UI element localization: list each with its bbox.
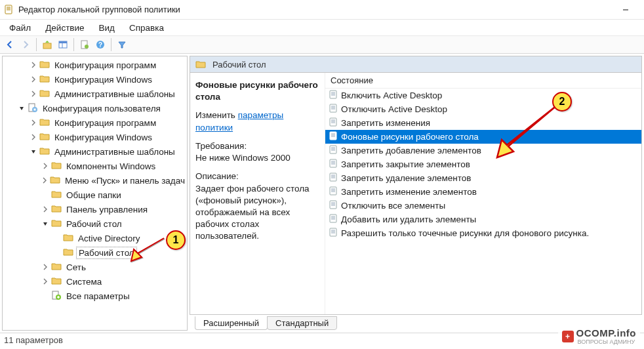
setting-item[interactable]: Включить Active Desktop bbox=[325, 89, 641, 102]
setting-icon bbox=[328, 117, 338, 129]
tree-item[interactable]: Конфигурация Windows bbox=[3, 130, 187, 144]
setting-item[interactable]: Запретить изменение элементов bbox=[325, 185, 641, 199]
tree-item[interactable]: Active Directory bbox=[3, 231, 187, 245]
help-button[interactable]: ? bbox=[93, 37, 108, 52]
setting-label: Фоновые рисунки рабочего стола bbox=[341, 132, 479, 142]
chevron-right-icon[interactable] bbox=[29, 133, 38, 142]
tree-item-label: Панель управления bbox=[64, 204, 150, 215]
cfg-icon bbox=[28, 102, 41, 115]
tree-item[interactable]: Административные шаблоны bbox=[3, 144, 187, 159]
setting-item[interactable]: Запретить закрытие элементов bbox=[325, 157, 641, 171]
folder-icon bbox=[51, 261, 64, 274]
up-button[interactable] bbox=[40, 37, 54, 52]
setting-item[interactable]: Запретить добавление элементов bbox=[325, 144, 641, 157]
tree-item[interactable]: Рабочий стол bbox=[3, 216, 187, 231]
svg-rect-18 bbox=[330, 91, 336, 98]
status-text: 11 параметров bbox=[4, 335, 63, 345]
chevron-down-icon[interactable] bbox=[29, 147, 38, 156]
setting-icon bbox=[328, 103, 338, 115]
menu-help[interactable]: Справка bbox=[123, 22, 171, 34]
tree-item-label: Конфигурация программ bbox=[52, 117, 158, 129]
tree-item[interactable]: Все параметры bbox=[3, 289, 187, 303]
setting-label: Запретить изменения bbox=[341, 118, 430, 128]
tree-item[interactable]: Панель управления bbox=[3, 202, 187, 216]
setting-label: Запретить изменение элементов bbox=[341, 187, 477, 197]
chevron-down-icon[interactable] bbox=[17, 104, 26, 113]
tree-item[interactable]: Система bbox=[3, 274, 187, 289]
svg-rect-54 bbox=[330, 215, 336, 222]
tree-item[interactable]: Конфигурация программ bbox=[3, 58, 187, 72]
toolbar-separator bbox=[36, 38, 37, 51]
tree-item[interactable]: Конфигурация Windows bbox=[3, 72, 187, 87]
tree[interactable]: Конфигурация программКонфигурация Window… bbox=[3, 56, 187, 304]
description-value: Задает фон рабочего стола («фоновый рису… bbox=[195, 184, 310, 241]
filter-button[interactable] bbox=[115, 37, 129, 52]
tree-item[interactable]: Меню «Пуск» и панель задач bbox=[3, 173, 187, 188]
tab-extended[interactable]: Расширенный bbox=[195, 316, 268, 330]
tree-item[interactable]: Общие папки bbox=[3, 188, 187, 202]
folder-icon bbox=[50, 174, 63, 187]
menu-file[interactable]: Файл bbox=[3, 22, 37, 34]
tree-item-label: Рабочий стол bbox=[76, 247, 137, 259]
setting-label: Запретить закрытие элементов bbox=[341, 159, 470, 169]
setting-label: Включить Active Desktop bbox=[341, 91, 442, 100]
setting-icon bbox=[328, 131, 338, 143]
setting-label: Добавить или удалить элементы bbox=[341, 215, 476, 224]
tree-item[interactable]: Сеть bbox=[3, 260, 187, 274]
svg-rect-15 bbox=[34, 108, 36, 110]
setting-title: Фоновые рисунки рабочего стола bbox=[195, 80, 318, 102]
setting-item[interactable]: Разрешить только точечные рисунки для фо… bbox=[325, 226, 641, 240]
tree-item-label: Конфигурация Windows bbox=[52, 74, 154, 85]
setting-item[interactable]: Добавить или удалить элементы bbox=[325, 213, 641, 226]
column-header-state[interactable]: Состояние bbox=[325, 73, 641, 89]
setting-item[interactable]: Запретить удаление элементов bbox=[325, 171, 641, 185]
tree-item[interactable]: Административные шаблоны bbox=[3, 87, 187, 101]
folder-icon bbox=[51, 203, 64, 216]
svg-rect-50 bbox=[330, 201, 336, 209]
setting-item[interactable]: Запретить изменения bbox=[325, 116, 641, 130]
chevron-right-icon[interactable] bbox=[29, 89, 38, 98]
titlebar: Редактор локальной групповой политики bbox=[0, 0, 644, 20]
chevron-right-icon[interactable] bbox=[29, 118, 38, 127]
setting-label: Запретить удаление элементов bbox=[341, 173, 472, 183]
chevron-right-icon[interactable] bbox=[41, 161, 50, 171]
minimize-button[interactable] bbox=[611, 1, 640, 19]
tab-standard[interactable]: Стандартный bbox=[267, 316, 337, 330]
window-title: Редактор локальной групповой политики bbox=[18, 5, 611, 14]
chevron-down-icon[interactable] bbox=[41, 219, 50, 228]
toolbar: ? bbox=[0, 35, 644, 54]
menubar: Файл Действие Вид Справка bbox=[0, 20, 644, 35]
tree-item[interactable]: Конфигурация программ bbox=[3, 115, 187, 130]
setting-item[interactable]: Отключить все элементы bbox=[325, 199, 641, 213]
tree-item-label: Конфигурация пользователя bbox=[41, 103, 163, 114]
back-button[interactable] bbox=[3, 37, 17, 52]
chevron-right-icon[interactable] bbox=[41, 277, 50, 286]
requirements-value: Не ниже Windows 2000 bbox=[195, 153, 291, 163]
toolbar-separator bbox=[111, 38, 111, 51]
menu-view[interactable]: Вид bbox=[92, 22, 121, 34]
forward-button[interactable] bbox=[18, 37, 33, 52]
setting-icon bbox=[328, 199, 338, 212]
properties-button[interactable] bbox=[77, 37, 92, 52]
panes-button[interactable] bbox=[56, 37, 70, 52]
tree-item-label: Компоненты Windows bbox=[64, 161, 157, 172]
svg-rect-34 bbox=[330, 146, 336, 154]
chevron-right-icon[interactable] bbox=[41, 205, 50, 214]
tree-item[interactable]: Рабочий стол bbox=[3, 245, 187, 260]
svg-text:?: ? bbox=[98, 41, 102, 49]
chevron-right-icon[interactable] bbox=[41, 176, 49, 185]
chevron-right-icon[interactable] bbox=[29, 75, 38, 84]
tree-item[interactable]: Конфигурация пользователя bbox=[3, 101, 187, 115]
tree-item-label: Конфигурация Windows bbox=[52, 132, 154, 143]
chevron-right-icon[interactable] bbox=[41, 262, 50, 272]
edit-label: Изменить bbox=[195, 110, 235, 120]
folder-icon bbox=[51, 276, 64, 288]
detail-column: Фоновые рисунки рабочего стола Изменить … bbox=[190, 73, 325, 314]
chevron-right-icon[interactable] bbox=[29, 60, 38, 70]
setting-item[interactable]: Отключить Active Desktop bbox=[325, 102, 641, 116]
setting-label: Запретить добавление элементов bbox=[341, 146, 481, 155]
menu-action[interactable]: Действие bbox=[39, 22, 91, 34]
folder-icon bbox=[195, 59, 206, 70]
setting-item[interactable]: Фоновые рисунки рабочего стола bbox=[325, 130, 641, 144]
tree-item[interactable]: Компоненты Windows bbox=[3, 159, 187, 173]
